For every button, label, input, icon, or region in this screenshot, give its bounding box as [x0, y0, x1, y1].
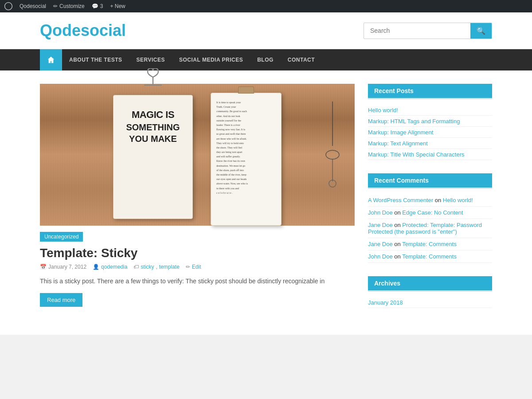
admin-comments[interactable]: 💬 3	[92, 3, 103, 9]
edit-link[interactable]: Edit	[192, 264, 201, 270]
recent-post-link[interactable]: Markup: HTML Tags and Formatting	[368, 118, 460, 125]
recent-post-link[interactable]: Hello world!	[368, 107, 398, 113]
recent-comments-title: Recent Comments	[368, 173, 492, 188]
wp-logo-icon[interactable]	[4, 2, 12, 10]
clipboard-1-body: MAGIC IS SOMETHING YOU MAKE	[113, 95, 193, 219]
hanging-decoration	[324, 102, 341, 192]
nav-home-button[interactable]	[40, 49, 62, 70]
post-image-placeholder: MAGIC IS SOMETHING YOU MAKE It is time t…	[40, 84, 355, 226]
post-meta: 📅 January 7, 2012 👤 qodemedia 🏷 sticky, …	[40, 264, 355, 270]
archives-content: January 2018	[368, 290, 492, 308]
list-item: Jane Doe on Template: Comments	[368, 238, 492, 250]
home-icon	[47, 56, 55, 64]
recent-post-link[interactable]: Markup: Text Alignment	[368, 140, 428, 147]
clipboard-2-text: It is time to speak your Truth. Create y…	[216, 100, 276, 195]
clipboard-2: It is time to speak your Truth. Create y…	[211, 93, 282, 226]
calendar-icon: 📅	[40, 264, 47, 270]
nav-item-contact[interactable]: CONTACT	[281, 49, 322, 70]
sidebar: Recent Posts Hello world! Markup: HTML T…	[368, 84, 492, 321]
comment-post-link[interactable]: Template: Comments	[402, 241, 457, 247]
main-nav: ABOUT THE TESTS SERVICES SOCIAL MEDIA PR…	[0, 49, 532, 70]
recent-comments-content: A WordPress Commenter on Hello world! Jo…	[368, 188, 492, 263]
comment-post-link[interactable]: Hello world!	[443, 197, 473, 203]
tag-template[interactable]: template	[159, 264, 180, 270]
site-title[interactable]: Qodesocial	[40, 21, 126, 40]
list-item: January 2018	[368, 297, 492, 308]
admin-new[interactable]: + New	[110, 3, 125, 9]
tag-icon: 🏷	[133, 264, 139, 270]
hanger-icon	[140, 68, 166, 87]
nav-list: ABOUT THE TESTS SERVICES SOCIAL MEDIA PR…	[40, 49, 492, 70]
recent-post-link[interactable]: Markup: Title With Special Characters	[368, 151, 464, 158]
author-link[interactable]: qodemedia	[101, 264, 127, 270]
recent-posts-list: Hello world! Markup: HTML Tags and Forma…	[368, 105, 492, 160]
archives-title: Archives	[368, 276, 492, 290]
post-date: 📅 January 7, 2012	[40, 264, 86, 270]
post-category-badge[interactable]: Uncategorized	[40, 226, 355, 242]
post-author: 👤 qodemedia	[93, 264, 127, 270]
list-item: Markup: Text Alignment	[368, 138, 492, 149]
site-header: Qodesocial 🔍	[0, 12, 532, 49]
list-item: Markup: Image Alignment	[368, 127, 492, 138]
commenter-link[interactable]: Jane Doe	[368, 222, 393, 228]
post-featured-image: MAGIC IS SOMETHING YOU MAKE It is time t…	[40, 84, 355, 226]
post-edit: ✏ Edit	[186, 264, 201, 270]
commenter-link[interactable]: John Doe	[368, 209, 393, 216]
nav-item-social-media-prices[interactable]: SOCIAL MEDIA PRICES	[172, 49, 250, 70]
list-item: John Doe on Edge Case: No Content	[368, 207, 492, 219]
post-tags: 🏷 sticky, template	[133, 264, 179, 270]
commenter-link[interactable]: John Doe	[368, 253, 393, 260]
clipboard-2-body: It is time to speak your Truth. Create y…	[211, 93, 282, 226]
list-item: A WordPress Commenter on Hello world!	[368, 194, 492, 207]
archives-list: January 2018	[368, 297, 492, 308]
site-content: MAGIC IS SOMETHING YOU MAKE It is time t…	[0, 70, 532, 335]
commenter-link[interactable]: Jane Doe	[368, 241, 393, 247]
list-item: Jane Doe on Protected: Template: Passwor…	[368, 219, 492, 238]
commenter-link[interactable]: A WordPress Commenter	[368, 197, 433, 203]
nav-item-services[interactable]: SERVICES	[129, 49, 172, 70]
tag-sticky[interactable]: sticky	[141, 264, 154, 270]
recent-posts-widget: Recent Posts Hello world! Markup: HTML T…	[368, 84, 492, 160]
post-excerpt: This is a sticky post. There are a few t…	[40, 276, 355, 286]
recent-posts-title: Recent Posts	[368, 84, 492, 98]
main-column: MAGIC IS SOMETHING YOU MAKE It is time t…	[40, 84, 355, 321]
recent-comments-widget: Recent Comments A WordPress Commenter on…	[368, 173, 492, 263]
recent-posts-content: Hello world! Markup: HTML Tags and Forma…	[368, 98, 492, 160]
post-title: Template: Sticky	[40, 246, 355, 260]
nav-item-about[interactable]: ABOUT THE TESTS	[62, 49, 129, 70]
clipboard-text: MAGIC IS SOMETHING YOU MAKE	[126, 109, 180, 145]
nav-item-blog[interactable]: BLOG	[250, 49, 281, 70]
search-form: 🔍	[364, 23, 492, 39]
list-item: Hello world!	[368, 105, 492, 116]
list-item: Markup: HTML Tags and Formatting	[368, 116, 492, 127]
svg-point-3	[326, 150, 339, 159]
admin-bar: Qodesocial ✏ Customize 💬 3 + New	[0, 0, 532, 12]
comment-post-link[interactable]: Template: Comments	[402, 253, 457, 260]
list-item: John Doe on Template: Comments	[368, 250, 492, 263]
clipboard-1: MAGIC IS SOMETHING YOU MAKE	[113, 82, 193, 219]
admin-site-name[interactable]: Qodesocial	[20, 3, 46, 9]
archives-widget: Archives January 2018	[368, 276, 492, 308]
search-button[interactable]: 🔍	[470, 23, 492, 39]
recent-post-link[interactable]: Markup: Image Alignment	[368, 129, 433, 136]
admin-customize[interactable]: ✏ Customize	[53, 3, 85, 9]
archive-link[interactable]: January 2018	[368, 299, 403, 306]
read-more-button[interactable]: Read more	[40, 293, 82, 307]
list-item: Markup: Title With Special Characters	[368, 149, 492, 160]
author-icon: 👤	[93, 264, 99, 270]
comment-post-link[interactable]: Edge Case: No Content	[402, 209, 463, 216]
edit-icon: ✏	[186, 264, 190, 270]
category-label[interactable]: Uncategorized	[40, 232, 83, 242]
clipboard-2-clip	[238, 86, 254, 94]
search-input[interactable]	[364, 23, 470, 38]
